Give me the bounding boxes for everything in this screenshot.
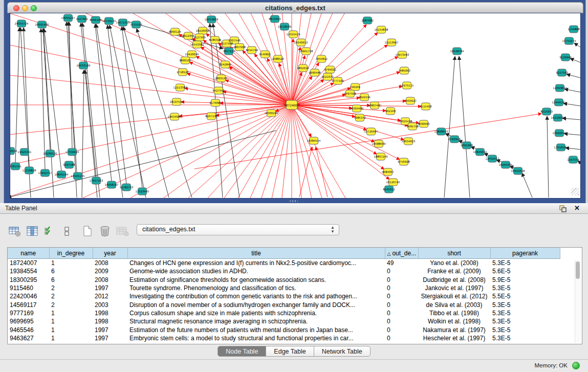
table-scrollbar-thumb[interactable] [576, 261, 580, 279]
table-cell[interactable]: 5.3E-5 [490, 300, 560, 309]
table-scrollbar[interactable] [575, 260, 581, 343]
table-cell[interactable]: Jankovic et al. (1997) [418, 284, 490, 292]
table-cell[interactable]: 2012 [93, 292, 127, 300]
delete-column-button[interactable] [98, 225, 112, 238]
table-cell[interactable]: 18724007 [8, 259, 49, 268]
splitter-grip[interactable] [290, 200, 298, 202]
table-cell[interactable]: 5.3E-5 [490, 317, 560, 325]
table-cell[interactable]: 2008 [93, 276, 127, 284]
table-cell[interactable]: 2 [49, 292, 93, 300]
table-cell[interactable]: 9115460 [8, 284, 49, 292]
column-header-in-degree[interactable]: in_degree [49, 248, 93, 259]
table-cell[interactable]: 14569117 [8, 300, 49, 309]
table-cell[interactable]: 0 [385, 325, 418, 334]
table-cell[interactable]: 5.3E-5 [490, 334, 560, 342]
table-row[interactable]: 2242004622012Investigating the contribut… [8, 292, 560, 300]
table-cell[interactable]: 2008 [93, 259, 127, 268]
table-cell[interactable]: 5.3E-5 [490, 309, 560, 317]
table-cell[interactable]: Wolkin et al. (1998) [418, 317, 490, 325]
table-cell[interactable]: 0 [385, 309, 418, 317]
table-cell[interactable]: Corpus callosum shape and size in male p… [127, 309, 385, 317]
column-header-name[interactable]: name [8, 248, 49, 259]
table-cell[interactable]: Dudbridge et al. (2008) [418, 276, 490, 284]
table-cell[interactable]: 2 [49, 300, 93, 309]
table-cell[interactable]: 0 [385, 334, 418, 342]
network-window-titlebar[interactable]: citations_edges.txt [7, 2, 583, 13]
table-row[interactable]: 911546021997Tourette syndrome. Phenomeno… [8, 284, 560, 292]
table-cell[interactable]: 6 [49, 276, 93, 284]
table-cell[interactable]: 18300295 [8, 276, 49, 284]
table-row[interactable]: 1872400712008Changes of HCN gene express… [8, 259, 560, 268]
table-cell[interactable]: 1 [49, 259, 93, 268]
table-cell[interactable]: Structural magnetic resonance image aver… [127, 317, 385, 325]
table-cell[interactable]: 19384554 [8, 267, 49, 275]
table-cell[interactable]: Estimation of the future numbers of pati… [127, 325, 385, 334]
table-cell[interactable]: 5.5E-5 [490, 292, 560, 300]
table-cell[interactable]: 0 [385, 276, 418, 284]
table-row[interactable]: 1456911722003Disruption of a novel membe… [8, 300, 560, 309]
table-cell[interactable]: 9699695 [8, 317, 49, 325]
column-header-out-de-[interactable]: △out_de... [385, 248, 418, 259]
window-resize-grip[interactable] [571, 188, 579, 195]
table-row[interactable]: 1830029562008Estimation of significance … [8, 276, 560, 284]
delete-table-button[interactable] [116, 225, 129, 238]
table-cell[interactable]: 1 [49, 309, 93, 317]
column-header-year[interactable]: year [93, 248, 127, 259]
table-cell[interactable]: 0 [385, 300, 418, 309]
table-cell[interactable]: Changes of HCN gene expression and I(f) … [127, 259, 385, 268]
table-settings-button[interactable] [8, 225, 21, 238]
table-cell[interactable]: 5.3E-5 [490, 325, 560, 334]
column-header-short[interactable]: short [418, 248, 490, 259]
table-cell[interactable]: 5.9E-5 [490, 276, 560, 284]
table-cell[interactable]: 9463627 [8, 334, 49, 342]
table-cell[interactable]: Hescheler et al. (1997) [418, 334, 490, 342]
table-row[interactable]: 1938455462009Genome-wide association stu… [8, 267, 560, 275]
column-header-pagerank[interactable]: pagerank [490, 248, 560, 259]
table-cell[interactable]: 2 [49, 284, 93, 292]
column-header-title[interactable]: title [127, 248, 385, 259]
table-cell[interactable]: Stergiakouli et al. (2012) [418, 292, 490, 300]
tab-node-table[interactable]: Node Table [217, 346, 266, 357]
table-selector-dropdown[interactable]: citations_edges.txt ▲▼ [137, 224, 339, 235]
table-row[interactable]: 969969511998Structural magnetic resonanc… [8, 317, 560, 325]
tab-edge-table[interactable]: Edge Table [266, 346, 314, 357]
table-cell[interactable]: 5.3E-5 [490, 259, 560, 268]
table-cell[interactable]: de Silva et al. (2003) [418, 300, 490, 309]
table-cell[interactable]: 1997 [93, 284, 127, 292]
table-cell[interactable]: Genome-wide association studies in ADHD. [127, 267, 385, 275]
select-rows-button[interactable] [43, 225, 56, 238]
table-cell[interactable]: 5.6E-5 [490, 267, 560, 275]
table-cell[interactable]: 1998 [93, 317, 127, 325]
table-cell[interactable]: Yano et al. (2008) [418, 259, 490, 268]
table-cell[interactable]: 0 [385, 267, 418, 275]
table-cell[interactable]: Tibbo et al. (1998) [418, 309, 490, 317]
table-cell[interactable]: 0 [385, 284, 418, 292]
table-cell[interactable]: 9465546 [8, 325, 49, 334]
table-row[interactable]: 977716911998Corpus callosum shape and si… [8, 309, 560, 317]
float-panel-icon[interactable] [559, 205, 567, 212]
table-cell[interactable]: 1 [49, 325, 93, 334]
table-cell[interactable]: 5.3E-5 [490, 284, 560, 292]
table-cell[interactable]: 1 [49, 317, 93, 325]
table-cell[interactable]: 22420046 [8, 292, 49, 300]
merge-rows-button[interactable] [60, 225, 74, 238]
table-cell[interactable]: Embryonic stem cells: a model to study s… [127, 334, 385, 342]
table-cell[interactable]: 6 [49, 267, 93, 275]
table-cell[interactable]: 9777169 [8, 309, 49, 317]
table-cell[interactable]: 1997 [93, 325, 127, 334]
table-row[interactable]: 946362711997Embryonic stem cells: a mode… [8, 334, 560, 342]
table-cell[interactable]: 2003 [93, 300, 127, 309]
network-canvas[interactable]: 2405572420691406106552471527602846616010… [10, 13, 580, 198]
close-panel-icon[interactable]: ✕ [574, 204, 580, 212]
column-visibility-button[interactable] [26, 225, 39, 238]
new-column-button[interactable] [81, 225, 94, 238]
table-cell[interactable]: 1 [49, 334, 93, 342]
table-cell[interactable]: 1997 [93, 334, 127, 342]
table-row[interactable]: 946554611997Estimation of the future num… [8, 325, 560, 334]
table-cell[interactable]: 0 [385, 317, 418, 325]
table-cell[interactable]: 0 [385, 292, 418, 300]
table-cell[interactable]: Estimation of significance thresholds fo… [127, 276, 385, 284]
table-cell[interactable]: 2009 [93, 267, 127, 275]
table-cell[interactable]: 1998 [93, 309, 127, 317]
tab-network-table[interactable]: Network Table [314, 346, 371, 357]
